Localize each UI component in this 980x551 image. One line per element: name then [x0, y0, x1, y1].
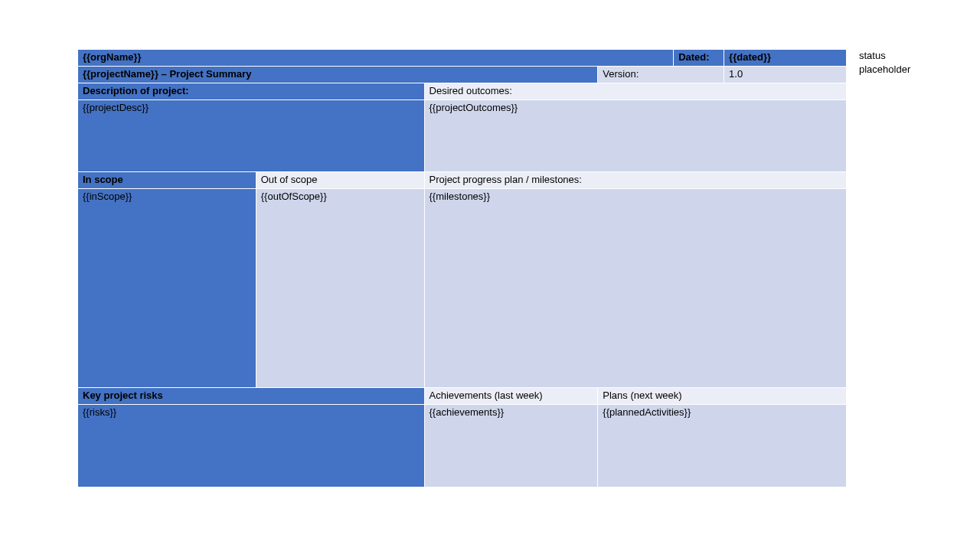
outcomes-label: Desired outcomes:	[424, 83, 846, 100]
project-summary-title: {{projectName}} – Project Summary	[78, 67, 598, 83]
in-scope-label: In scope	[78, 172, 256, 189]
status-line-1: status	[859, 49, 910, 63]
project-summary-table: {{orgName}} Dated: {{dated}} {{projectNa…	[77, 49, 847, 487]
status-line-2: placeholder	[859, 63, 910, 77]
description-label: Description of project:	[78, 83, 425, 100]
dated-label: Dated:	[674, 50, 724, 67]
org-name: {{orgName}}	[78, 50, 674, 67]
risks: {{risks}}	[78, 405, 425, 487]
version-value: 1.0	[724, 67, 847, 83]
milestones: {{milestones}}	[424, 189, 846, 388]
project-outcomes: {{projectOutcomes}}	[424, 100, 846, 172]
achievements-label: Achievements (last week)	[424, 388, 598, 405]
milestones-label: Project progress plan / milestones:	[424, 172, 846, 189]
out-of-scope: {{outOfScope}}	[256, 189, 424, 388]
plans-label: Plans (next week)	[598, 388, 847, 405]
status-placeholder: status placeholder	[859, 49, 910, 77]
risks-label: Key project risks	[78, 388, 425, 405]
out-of-scope-label: Out of scope	[256, 172, 424, 189]
planned-activities: {{plannedActivities}}	[598, 405, 847, 487]
achievements: {{achievements}}	[424, 405, 598, 487]
in-scope: {{inScope}}	[78, 189, 256, 388]
dated-value: {{dated}}	[724, 50, 847, 67]
version-label: Version:	[598, 67, 724, 83]
project-description: {{projectDesc}}	[78, 100, 425, 172]
